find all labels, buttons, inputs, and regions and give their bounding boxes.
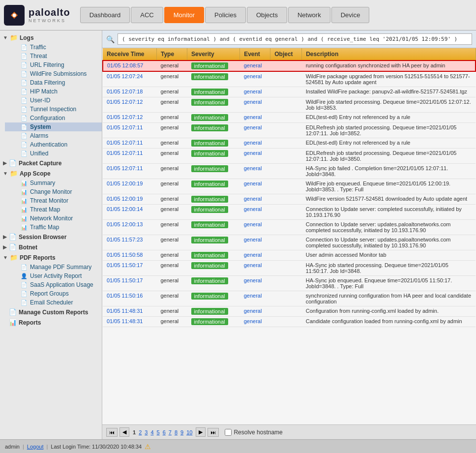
table-row[interactable]: 01/05 11:50:16generalinformationalgenera… xyxy=(103,291,476,306)
cell-time: 01/05 12:00:14 xyxy=(103,205,157,220)
sidebar-header-app-scope[interactable]: ▼ 📁 App Scope xyxy=(0,168,102,179)
table-row[interactable]: 01/05 12:07:11generalinformationalgenera… xyxy=(103,138,476,149)
resolve-hostname-label: Resolve hostname xyxy=(234,429,282,436)
sidebar-header-reports[interactable]: ▶ 📊 Reports xyxy=(0,317,102,328)
cell-object xyxy=(270,97,302,113)
sidebar-item-hip-match[interactable]: 📄HIP Match xyxy=(5,87,102,96)
first-page-button[interactable]: ⏮ xyxy=(106,428,118,437)
sidebar-header-packet-capture[interactable]: ▶ 📄 Packet Capture xyxy=(0,158,102,168)
page-num-4[interactable]: 4 xyxy=(149,428,155,436)
cell-time: 01/05 11:50:16 xyxy=(103,291,157,306)
nav-btn-device[interactable]: Device xyxy=(331,7,370,23)
sidebar-item-tunnel-inspection[interactable]: 📄Tunnel Inspection xyxy=(5,105,102,114)
top-bar: paloalto NETWORKS DashboardACCMonitorPol… xyxy=(0,0,476,30)
sidebar-item-unified[interactable]: 📄Unified xyxy=(5,149,102,158)
sidebar-item-manage-pdf[interactable]: 📄Manage PDF Summary xyxy=(5,263,102,272)
page-num-5[interactable]: 5 xyxy=(155,428,161,436)
sidebar-item-alarms[interactable]: 📄Alarms xyxy=(5,131,102,140)
next-page-button[interactable]: ▶ xyxy=(196,427,206,437)
sidebar-item-authentication[interactable]: 📄Authentication xyxy=(5,140,102,149)
sidebar-item-configuration[interactable]: 📄Configuration xyxy=(5,114,102,122)
table-row[interactable]: 01/05 12:07:12generalinformationalgenera… xyxy=(103,113,476,123)
sidebar-label-logs: Logs xyxy=(20,34,34,41)
svg-point-1 xyxy=(13,13,16,17)
logout-link[interactable]: Logout xyxy=(27,444,44,450)
sidebar-item-user-activity[interactable]: 👤User Activity Report xyxy=(5,272,102,280)
sidebar-item-threat-map[interactable]: 📊Threat Map xyxy=(5,205,102,214)
page-num-1[interactable]: 1 xyxy=(131,428,137,436)
table-row[interactable]: 01/05 12:07:18generalinformationalgenera… xyxy=(103,87,476,97)
sidebar-item-report-groups[interactable]: 📄Report Groups xyxy=(5,289,102,298)
logo-icon xyxy=(4,5,25,26)
cell-severity: informational xyxy=(187,97,240,113)
last-page-button[interactable]: ⏭ xyxy=(208,428,219,437)
page-num-6[interactable]: 6 xyxy=(161,428,167,436)
sidebar-item-email-scheduler[interactable]: 📄Email Scheduler xyxy=(5,298,102,307)
sidebar-item-network-monitor[interactable]: 📊Network Monitor xyxy=(5,214,102,223)
cell-event: general xyxy=(240,97,270,113)
sidebar-header-botnet[interactable]: ▶ 📄 Botnet xyxy=(0,242,102,252)
table-row[interactable]: 01/05 11:50:58generalinformationalgenera… xyxy=(103,250,476,261)
page-num-10[interactable]: 10 xyxy=(185,428,194,436)
cell-event: general xyxy=(240,235,270,250)
table-row[interactable]: 01/05 12:07:11generalinformationalgenera… xyxy=(103,149,476,164)
table-row[interactable]: 01/05 12:00:14generalinformationalgenera… xyxy=(103,205,476,220)
sidebar-item-wildfire[interactable]: 📄WildFire Submissions xyxy=(5,69,102,78)
table-row[interactable]: 01/05 11:57:23generalinformationalgenera… xyxy=(103,235,476,250)
chart-icon: 📊 xyxy=(21,207,28,213)
folder-icon: 📁 xyxy=(10,34,18,41)
nav-btn-monitor[interactable]: Monitor xyxy=(164,7,204,23)
nav-btn-objects[interactable]: Objects xyxy=(247,7,287,23)
table-row[interactable]: 01/05 12:07:11generalinformationalgenera… xyxy=(103,164,476,179)
sidebar-item-summary[interactable]: 📊Summary xyxy=(5,179,102,187)
doc-icon: 📄 xyxy=(21,89,28,95)
sidebar-item-saas-usage[interactable]: 📄SaaS Application Usage xyxy=(5,280,102,289)
nav-btn-acc[interactable]: ACC xyxy=(131,7,163,23)
sidebar-item-url-filtering[interactable]: 📄URL Filtering xyxy=(5,60,102,69)
table-row[interactable]: 01/05 11:50:17generalinformationalgenera… xyxy=(103,261,476,276)
nav-btn-dashboard[interactable]: Dashboard xyxy=(80,7,130,23)
cell-object xyxy=(270,317,302,327)
sidebar-item-change-monitor[interactable]: 📊Change Monitor xyxy=(5,187,102,196)
doc-icon: 📄 xyxy=(21,53,28,60)
sidebar-header-pdf-reports[interactable]: ▼ 📁 PDF Reports xyxy=(0,252,102,263)
cell-description: running configuration synchronized with … xyxy=(302,60,476,71)
cell-severity: informational xyxy=(187,261,240,276)
cell-severity: informational xyxy=(187,164,240,179)
table-row[interactable]: 01/05 11:48:31generalinformationalgenera… xyxy=(103,317,476,327)
table-row[interactable]: 01/05 12:07:24generalinformationalgenera… xyxy=(103,71,476,87)
table-row[interactable]: 01/05 12:00:13generalinformationalgenera… xyxy=(103,220,476,235)
page-num-8[interactable]: 8 xyxy=(173,428,179,436)
sidebar-header-manage-custom-reports[interactable]: ▶ 📄 Manage Custom Reports xyxy=(0,307,102,317)
sidebar-item-user-id[interactable]: 📄User-ID xyxy=(5,96,102,105)
sidebar-item-traffic[interactable]: 📄Traffic xyxy=(5,43,102,52)
sidebar-item-threat-monitor[interactable]: 📊Threat Monitor xyxy=(5,196,102,205)
table-row[interactable]: 01/05 11:50:17generalinformationalgenera… xyxy=(103,276,476,291)
sidebar-item-data-filtering[interactable]: 📄Data Filtering xyxy=(5,78,102,87)
table-row[interactable]: 01/05 12:00:19generalinformationalgenera… xyxy=(103,179,476,194)
page-num-7[interactable]: 7 xyxy=(167,428,173,436)
table-row[interactable]: 01/05 12:00:19generalinformationalgenera… xyxy=(103,194,476,205)
table-row[interactable]: 01/05 12:07:11generalinformationalgenera… xyxy=(103,123,476,138)
cell-object xyxy=(270,164,302,179)
sidebar-item-system[interactable]: 📄System xyxy=(5,122,102,131)
nav-btn-policies[interactable]: Policies xyxy=(205,7,246,23)
resolve-hostname-checkbox[interactable] xyxy=(225,429,232,436)
cell-event: general xyxy=(240,138,270,149)
nav-btn-network[interactable]: Network xyxy=(288,7,330,23)
sidebar-item-traffic-map[interactable]: 📊Traffic Map xyxy=(5,223,102,232)
prev-page-button[interactable]: ◀ xyxy=(119,427,129,437)
sidebar-header-session-browser[interactable]: ▶ 📄 Session Browser xyxy=(0,232,102,242)
sidebar-item-threat[interactable]: 📄Threat xyxy=(5,52,102,60)
page-num-2[interactable]: 2 xyxy=(137,428,143,436)
cell-object xyxy=(270,235,302,250)
table-row[interactable]: 01/05 12:08:57generalinformationalgenera… xyxy=(103,60,476,71)
page-num-3[interactable]: 3 xyxy=(143,428,149,436)
arrow-icon: ▶ xyxy=(3,234,7,240)
sidebar-section-packet-capture: ▶ 📄 Packet Capture xyxy=(0,158,102,168)
cell-event: general xyxy=(240,261,270,276)
page-num-9[interactable]: 9 xyxy=(179,428,185,436)
table-row[interactable]: 01/05 12:07:12generalinformationalgenera… xyxy=(103,97,476,113)
table-row[interactable]: 01/05 11:48:31generalinformationalgenera… xyxy=(103,306,476,317)
sidebar-header-logs[interactable]: ▼ 📁 Logs xyxy=(0,32,102,43)
